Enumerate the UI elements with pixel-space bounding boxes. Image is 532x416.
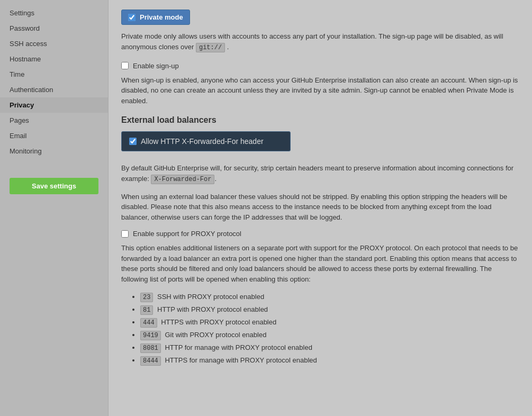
allow-http-header-checkbox[interactable] [129,138,137,145]
port-81: 81 [140,305,153,315]
external-lb-title: External load balancers [121,115,519,125]
sidebar-item-pages[interactable]: Pages [0,113,108,128]
external-lb-section: External load balancers Allow HTTP X-For… [121,115,519,366]
private-mode-label: Private mode [140,13,183,21]
sidebar-item-email[interactable]: Email [0,128,108,143]
sidebar: Settings Password SSH access Hostname Ti… [0,0,109,416]
enable-signup-row: Enable sign-up [121,62,519,70]
enable-proxy-checkbox[interactable] [121,230,129,238]
enable-signup-description: When sign-up is enabled, anyone who can … [121,75,519,106]
port-8081: 8081 [140,343,161,353]
enable-signup-label: Enable sign-up [133,62,179,70]
sidebar-item-privacy[interactable]: Privacy [0,97,108,113]
list-item: 23 SSH with PROXY protocol enabled [140,292,519,302]
allow-http-header-label: Allow HTTP X-Forwarded-For header [141,137,264,146]
sidebar-item-time[interactable]: Time [0,67,108,82]
lb-description-2: When using an external load balancer the… [121,192,519,223]
private-mode-checkbox[interactable] [128,14,136,21]
sidebar-item-monitoring[interactable]: Monitoring [0,143,108,159]
sidebar-item-ssh-access[interactable]: SSH access [0,36,108,51]
proxy-description: This option enables additional listeners… [121,243,519,284]
private-mode-description: Private mode only allows users with acco… [121,31,519,52]
private-mode-box: Private mode [121,10,190,25]
enable-proxy-label: Enable support for PROXY protocol [133,230,241,238]
port-9419: 9419 [140,331,161,340]
list-item: 9419 Git with PROXY protocol enabled [140,330,519,340]
save-settings-button[interactable]: Save settings [10,178,98,194]
ports-list: 23 SSH with PROXY protocol enabled 81 HT… [121,292,519,366]
list-item: 444 HTTPS with PROXY protocol enabled [140,317,519,328]
list-item: 8444 HTTPS for manage with PROXY protoco… [140,355,519,366]
port-23: 23 [140,293,153,302]
sidebar-item-hostname[interactable]: Hostname [0,51,108,67]
enable-proxy-row: Enable support for PROXY protocol [121,230,519,238]
enable-signup-checkbox[interactable] [121,62,129,69]
git-protocol-code: git:// [196,43,225,52]
sidebar-item-password[interactable]: Password [0,21,108,36]
list-item: 8081 HTTP for manage with PROXY protocol… [140,342,519,353]
sidebar-item-authentication[interactable]: Authentication [0,82,108,97]
sidebar-item-settings[interactable]: Settings [0,5,108,21]
port-444: 444 [140,318,157,328]
allow-http-header-row: Allow HTTP X-Forwarded-For header [121,131,291,151]
enable-signup-section: Enable sign-up When sign-up is enabled, … [121,62,519,106]
main-content: Private mode Private mode only allows us… [109,0,532,416]
list-item: 81 HTTP with PROXY protocol enabled [140,304,519,315]
lb-description-1: By default GitHub Enterprise will, for s… [121,163,519,184]
x-forwarded-for-code: X-Forwarded-For [151,175,214,184]
port-8444: 8444 [140,356,161,366]
private-mode-section: Private mode Private mode only allows us… [121,10,519,52]
